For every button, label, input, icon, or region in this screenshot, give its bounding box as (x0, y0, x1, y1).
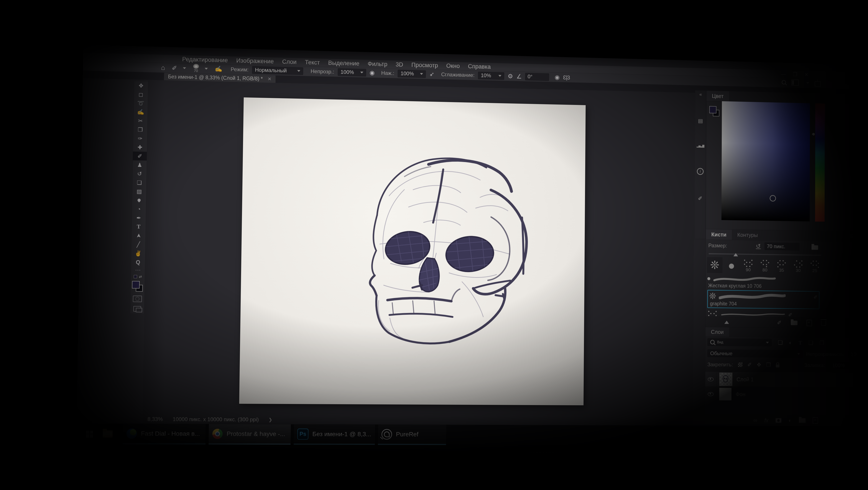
fill-input[interactable]: 100% (830, 362, 849, 369)
history-brush-tool[interactable]: ↺ (132, 169, 147, 178)
filter-pixel-layers-icon[interactable]: ❏ (778, 339, 782, 346)
canvas-area[interactable]: 8,33% 10000 пикс. x 10000 пикс. (300 ppi… (142, 80, 694, 426)
home-icon[interactable]: ⌂ (161, 64, 165, 71)
pen-tool[interactable]: ✒ (132, 213, 146, 223)
visibility-cell[interactable] (705, 372, 716, 386)
menu-3d[interactable]: 3D (396, 61, 403, 68)
opacity-select[interactable]: 100% (338, 68, 366, 77)
lock-transparency-icon[interactable] (738, 362, 742, 367)
move-tool[interactable]: ✥ (134, 81, 148, 90)
filter-shape-layers-icon[interactable]: ❑ (808, 340, 813, 346)
taskbar-app-chrome[interactable]: Protostar & hayve -... (209, 424, 291, 444)
new-group-folder-icon[interactable] (791, 321, 798, 325)
close-button[interactable]: ✕ (804, 72, 809, 78)
add-mask-icon[interactable] (776, 418, 781, 423)
preset-scatter-brush[interactable]: ❊ (707, 257, 723, 273)
lasso-tool[interactable]: ➰ (134, 98, 148, 108)
flow-select[interactable]: 100% (398, 69, 426, 78)
brush-folder-icon[interactable] (811, 245, 818, 250)
hand-tool[interactable]: ✌ (131, 249, 145, 258)
delete-brush-icon[interactable] (821, 321, 826, 326)
chevron-down-icon[interactable] (183, 67, 186, 69)
new-layer-icon[interactable] (813, 417, 818, 424)
restore-button[interactable]: ❐ (793, 71, 798, 78)
blend-mode-select[interactable]: Нормальный (252, 66, 303, 75)
search-icon[interactable] (782, 80, 786, 85)
lock-artboard-icon[interactable]: ❒ (766, 362, 771, 368)
menu-window[interactable]: Окно (446, 62, 460, 69)
airbrush-opacity-icon[interactable]: ◉ (370, 69, 375, 76)
tab-brushes[interactable]: Кисти (706, 229, 732, 240)
marquee-tool[interactable]: ◻ (134, 90, 148, 99)
reset-size-icon[interactable]: ↺ (756, 242, 761, 250)
start-button[interactable] (82, 424, 97, 444)
color-field[interactable] (721, 101, 810, 221)
layer-filter-select[interactable]: Вид (707, 338, 771, 346)
brush-settings-panel-icon[interactable]: ✐ (698, 195, 702, 202)
brush-size-input[interactable]: 70 пикс. (765, 242, 799, 251)
menu-type[interactable]: Текст (305, 59, 320, 66)
slider-thumb[interactable] (734, 253, 738, 256)
link-layers-icon[interactable]: ∞ (753, 417, 757, 424)
scroll-thumb-icon[interactable] (724, 321, 729, 324)
menu-select[interactable]: Выделение (328, 59, 359, 67)
eyedropper-tool[interactable]: ✑ (133, 134, 147, 143)
clone-stamp-tool[interactable]: ♟ (132, 160, 147, 169)
histogram-panel-icon[interactable]: ▂▅▃▇ (696, 144, 704, 147)
foreground-color-swatch[interactable] (709, 106, 716, 113)
crop-tool[interactable]: ✂ (133, 116, 148, 125)
tab-close-icon[interactable]: ✕ (268, 76, 272, 82)
blur-tool[interactable] (132, 196, 146, 205)
screen-mode-button[interactable] (133, 306, 141, 312)
brush-preset-picker[interactable]: 70 (193, 64, 199, 73)
type-tool[interactable]: T (131, 222, 146, 231)
libraries-panel-icon[interactable]: ▤ (698, 118, 703, 124)
menu-help[interactable]: Справка (468, 63, 491, 70)
edit-toolbar-button[interactable]: ⋯ (131, 266, 145, 273)
new-group-icon[interactable] (799, 418, 806, 423)
file-explorer-button[interactable] (100, 424, 116, 444)
path-selection-tool[interactable]: ➤ (131, 231, 146, 240)
layer-name[interactable]: Фон (736, 391, 745, 397)
lock-all-icon[interactable] (776, 365, 779, 367)
filter-smart-objects-icon[interactable]: ❐ (819, 340, 824, 346)
default-colors-icon[interactable] (134, 275, 137, 279)
brush-settings-icon[interactable]: ✐ (777, 319, 782, 326)
healing-brush-tool[interactable]: ✚ (133, 143, 147, 152)
menu-edit[interactable]: Редактирование (182, 56, 228, 64)
layer-thumbnail[interactable] (719, 373, 733, 386)
tab-layers[interactable]: Слои (706, 327, 729, 337)
preset-spatter-30[interactable]: ⢌⡪ 30 (790, 258, 806, 274)
angle-input[interactable]: 0° (525, 73, 549, 81)
share-icon[interactable] (815, 81, 821, 87)
brush-list-item[interactable]: Жесткая круглая 10 706 (707, 275, 832, 290)
menu-image[interactable]: Изображение (236, 57, 274, 65)
info-panel-icon[interactable]: i (697, 168, 704, 175)
layer-row-selected[interactable]: Слой 1 (705, 372, 857, 387)
brush-size-slider[interactable] (709, 253, 822, 256)
color-field-marker[interactable] (770, 195, 776, 202)
menu-view[interactable]: Просмотр (411, 61, 438, 69)
smoothing-select[interactable]: 10% (478, 71, 504, 80)
layer-thumbnail[interactable] (719, 388, 731, 401)
gradient-tool[interactable]: ▨ (132, 187, 146, 196)
menu-filter[interactable]: Фильтр (368, 60, 388, 67)
new-brush-icon[interactable] (807, 320, 812, 326)
brush-tool[interactable]: ✐ (133, 152, 147, 161)
visibility-cell[interactable] (705, 386, 716, 401)
panel-menu-icon[interactable]: ☰ (850, 234, 854, 239)
layer-effects-icon[interactable]: fx (764, 417, 768, 424)
tab-paths[interactable]: Контуры (732, 230, 764, 240)
paint-symmetry-icon[interactable]: Ɛ|3 (563, 74, 570, 81)
foreground-color-swatch[interactable] (132, 281, 140, 288)
hue-slider-marker[interactable] (812, 132, 815, 136)
layers-opacity-input[interactable]: 100% (848, 351, 857, 358)
frame-tool[interactable]: ❒ (133, 125, 147, 134)
zoom-level[interactable]: 8,33% (147, 416, 163, 423)
shape-tool[interactable]: ╱ (131, 240, 145, 249)
layer-row[interactable]: Фон (705, 386, 857, 402)
filter-type-layers-icon[interactable]: T (798, 340, 802, 346)
tab-color[interactable]: Цвет (706, 91, 729, 101)
eraser-tool[interactable]: ❏ (132, 178, 147, 187)
toggle-brush-settings-icon[interactable]: ✍ (215, 65, 222, 73)
